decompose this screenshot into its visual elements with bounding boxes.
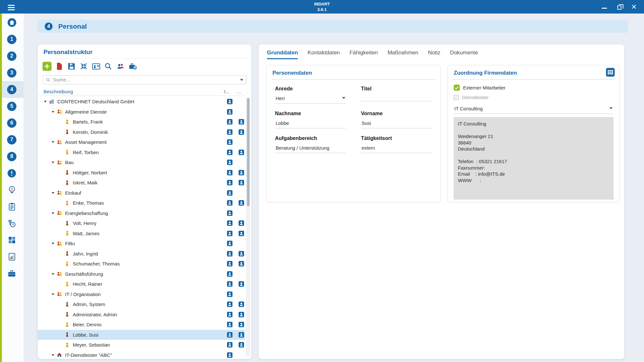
- sidebar-item-module-7[interactable]: 7: [0, 131, 24, 148]
- contact-detail-icon[interactable]: [227, 281, 232, 287]
- aufgabenbereich-input[interactable]: Beratung / Unterstützung: [275, 145, 346, 153]
- toolbar-save-button[interactable]: [67, 61, 76, 71]
- tree-row[interactable]: Volt, Henry: [38, 218, 245, 228]
- sidebar-item-module-8[interactable]: 8: [0, 148, 24, 165]
- toolbar-add-button[interactable]: [42, 61, 52, 71]
- tree-row[interactable]: Geschäftsführung: [38, 269, 245, 279]
- nachname-input[interactable]: Lobbe: [275, 120, 346, 128]
- contact-detail-icon[interactable]: [227, 342, 232, 348]
- contact-detail-icon[interactable]: [239, 251, 244, 256]
- tree-row[interactable]: IT-Dienstleister "ABC": [38, 350, 245, 359]
- tab-grunddaten[interactable]: Grunddaten: [267, 50, 298, 59]
- expander-icon[interactable]: [51, 161, 55, 164]
- sidebar-item-tasks[interactable]: [0, 198, 24, 215]
- contact-detail-icon[interactable]: [227, 180, 232, 185]
- expander-icon[interactable]: [51, 293, 55, 296]
- tree-row[interactable]: Energiebeschaffung: [38, 208, 245, 218]
- contact-detail-icon[interactable]: [239, 129, 244, 135]
- sidebar-item-module-6[interactable]: 6: [0, 115, 24, 131]
- tree-row[interactable]: Reif, Torben: [38, 147, 245, 158]
- company-select[interactable]: IT Consulting: [454, 106, 613, 114]
- tree-row[interactable]: Enke, Thomas: [38, 198, 245, 208]
- expander-icon[interactable]: [51, 141, 55, 144]
- tree-row[interactable]: Hecht, Rainer: [38, 279, 245, 289]
- contact-detail-icon[interactable]: [227, 292, 232, 297]
- search-input[interactable]: [52, 77, 238, 83]
- titel-input[interactable]: [361, 96, 432, 101]
- expander-icon[interactable]: [51, 191, 55, 194]
- sidebar-item-module-2[interactable]: 2: [0, 48, 24, 64]
- tree-row[interactable]: IT / Organisation: [38, 289, 245, 300]
- contact-detail-icon[interactable]: [227, 261, 232, 266]
- expander-icon[interactable]: [51, 242, 55, 245]
- toolbar-group-button[interactable]: [116, 61, 125, 71]
- tree-row[interactable]: Jahn, Ingrid: [38, 249, 245, 259]
- checkbox-checked-icon[interactable]: [454, 85, 460, 91]
- expander-icon[interactable]: [43, 100, 47, 103]
- tree-row[interactable]: Schumacher, Thomas: [38, 259, 245, 269]
- contact-detail-icon[interactable]: [239, 281, 244, 287]
- contact-detail-icon[interactable]: [227, 302, 232, 307]
- contact-detail-icon[interactable]: [239, 312, 244, 317]
- scrollbar-thumb[interactable]: [247, 98, 250, 206]
- contact-detail-icon[interactable]: [227, 251, 232, 256]
- contact-detail-icon[interactable]: [239, 261, 244, 266]
- tree-row[interactable]: Beier, Dennis: [38, 320, 245, 330]
- tree-row[interactable]: Iskret, Maik: [38, 178, 245, 188]
- contact-detail-icon[interactable]: [239, 180, 244, 185]
- toolbar-collapse-button[interactable]: [79, 61, 89, 71]
- contact-detail-icon[interactable]: [227, 322, 232, 327]
- contact-detail-icon[interactable]: [239, 220, 244, 226]
- table-view-icon[interactable]: [606, 68, 615, 77]
- tree-row[interactable]: CONTECHNET Deutschland GmbH: [38, 97, 245, 107]
- sidebar-item-module-5[interactable]: 5: [0, 98, 24, 115]
- anrede-select[interactable]: Herr: [275, 96, 346, 104]
- vorname-input[interactable]: Susi: [361, 120, 432, 128]
- tab-massnahmen[interactable]: Maßnahmen: [387, 50, 418, 59]
- sidebar-item-module-4[interactable]: 4: [0, 81, 24, 98]
- column-info[interactable]: I...: [223, 89, 235, 94]
- tree-row[interactable]: Lobbe, Susi: [38, 330, 245, 340]
- tree-row[interactable]: Höttger, Norbert: [38, 168, 245, 178]
- contact-detail-icon[interactable]: [227, 170, 232, 175]
- sidebar-item-home[interactable]: [0, 14, 24, 31]
- contact-detail-icon[interactable]: [227, 200, 232, 206]
- expander-icon[interactable]: [51, 273, 55, 275]
- tree-row[interactable]: Bartels, Frank: [38, 117, 245, 127]
- external-employee-checkbox[interactable]: Externer Mitarbeiter: [454, 85, 613, 91]
- tree-row[interactable]: Administrator, Admin: [38, 310, 245, 320]
- checkbox-unchecked-icon[interactable]: [454, 95, 459, 100]
- tree-row[interactable]: Watt, James: [38, 228, 245, 239]
- contact-detail-icon[interactable]: [227, 312, 232, 317]
- contact-detail-icon[interactable]: [227, 231, 232, 236]
- contact-detail-icon[interactable]: [227, 241, 232, 246]
- close-button[interactable]: [629, 1, 639, 12]
- contact-detail-icon[interactable]: [227, 139, 232, 145]
- contact-detail-icon[interactable]: [227, 190, 232, 196]
- tab-notiz[interactable]: Notiz: [428, 50, 440, 59]
- contact-detail-icon[interactable]: [227, 160, 232, 165]
- tree-row[interactable]: Kerstin, Dominik: [38, 127, 245, 137]
- tree-row[interactable]: Asset Management: [38, 137, 245, 147]
- tab-dokumente[interactable]: Dokumente: [450, 50, 478, 59]
- tree-row[interactable]: Meyer, Sebastian: [38, 340, 245, 350]
- contact-detail-icon[interactable]: [239, 302, 244, 307]
- contact-detail-icon[interactable]: [227, 271, 232, 277]
- contact-detail-icon[interactable]: [227, 210, 232, 216]
- column-more[interactable]: ...: [235, 89, 245, 94]
- sidebar-item-maintenance[interactable]: [0, 215, 24, 232]
- tree-row[interactable]: Bau: [38, 157, 245, 168]
- minimize-button[interactable]: [599, 1, 610, 12]
- contact-detail-icon[interactable]: [227, 109, 232, 115]
- contact-detail-icon[interactable]: [227, 119, 232, 125]
- sidebar-item-module-3[interactable]: 3: [0, 64, 24, 81]
- contact-detail-icon[interactable]: [227, 332, 232, 338]
- contact-detail-icon[interactable]: [239, 200, 244, 206]
- toolbar-search-button[interactable]: [103, 61, 113, 71]
- contact-detail-icon[interactable]: [239, 150, 244, 155]
- tab-faehigkeiten[interactable]: Fähigkeiten: [350, 50, 378, 59]
- maximize-button[interactable]: [614, 1, 625, 12]
- tree-row[interactable]: Einkauf: [38, 188, 245, 198]
- sidebar-item-dashboard[interactable]: [0, 232, 24, 248]
- sidebar-item-documents[interactable]: [0, 265, 24, 282]
